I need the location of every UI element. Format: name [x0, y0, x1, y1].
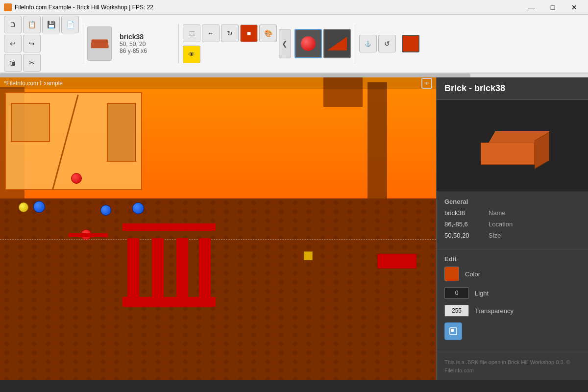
red-block-distance [377, 254, 416, 269]
toolbar-color-swatch[interactable] [402, 35, 419, 52]
light-edit-label: Light [475, 290, 489, 297]
thumbnail-wedge[interactable] [323, 29, 351, 58]
floor-pattern [0, 198, 436, 380]
window-controls: — □ ✕ [521, 0, 584, 15]
color-edit-label: Color [465, 270, 480, 278]
edit-tools: ⬚ ↔ ↻ ■ 🎨 👁 [183, 24, 277, 63]
horizon-line [0, 239, 436, 240]
toolbar: 🗋 📋 💾 📄 ↩ ↪ 🗑 ✂ brick38 50, 50, 20 86 y-… [0, 15, 588, 74]
light-value-field[interactable]: 0 [444, 287, 469, 299]
location-value: 86,-85,6 [444, 220, 484, 228]
color-fill-button[interactable]: ■ [240, 24, 258, 42]
brick-preview-panel [437, 100, 588, 192]
edit-section: Edit Color 0 Light 255 Transparency [437, 249, 588, 352]
divider-1 [83, 24, 83, 63]
thumbnail-sphere[interactable] [294, 29, 322, 58]
scrollbar-thumb[interactable] [0, 74, 470, 77]
red-platform [69, 233, 108, 237]
transparency-value-text: 255 [452, 307, 462, 314]
brick-front-face [481, 143, 535, 165]
window-title: FileInfo.com Example - Brick Hill Worksh… [15, 4, 153, 11]
undo-button[interactable]: ↩ [4, 35, 22, 52]
rotate-button[interactable]: ↻ [221, 24, 239, 42]
sphere-blue-2 [100, 205, 111, 216]
redo-button[interactable]: ↪ [23, 35, 41, 52]
column-3 [176, 238, 188, 307]
columns-structure [122, 223, 216, 307]
edit-label: Edit [444, 255, 580, 263]
general-section: General brick38 Name 86,-85,6 Location 5… [437, 192, 588, 249]
transform-tools: ⚓ ↺ [359, 35, 396, 52]
size-value: 50,50,20 [444, 232, 484, 239]
maximize-button[interactable]: □ [543, 0, 563, 15]
eye-button[interactable]: 👁 [183, 46, 200, 63]
close-button[interactable]: ✕ [564, 0, 584, 15]
general-label: General [444, 198, 580, 205]
building-window-1 [11, 103, 50, 142]
horizontal-scrollbar[interactable] [0, 74, 588, 77]
main-layout: *FileInfo.com Example 👁 [0, 77, 588, 380]
saveas-button[interactable]: 📄 [61, 16, 79, 33]
size-key: Size [489, 232, 501, 239]
icon-btn-row [444, 322, 580, 340]
column-1 [127, 238, 139, 307]
watermark-text: *FileInfo.com Example [4, 80, 63, 87]
divider-2 [178, 24, 179, 63]
panel-title: Brick - brick38 [437, 77, 588, 100]
light-value-text: 0 [455, 290, 459, 296]
column-top-bar [122, 223, 216, 231]
model-icon-svg [449, 327, 458, 336]
panel-footer: This is a .BRK file open in Brick Hill W… [437, 352, 588, 380]
location-row: 86,-85,6 Location [444, 220, 580, 228]
column-base [122, 297, 216, 307]
transparency-edit-row: 255 Transparency [444, 305, 580, 317]
name-row: brick38 Name [444, 209, 580, 217]
rotate2-button[interactable]: ↺ [378, 35, 396, 52]
svg-rect-1 [451, 329, 454, 332]
gold-cube [304, 251, 313, 260]
brick-preview-toolbar [87, 26, 112, 61]
divider-3 [355, 24, 355, 63]
size-row: 50,50,20 Size [444, 232, 580, 239]
watermark-bar: *FileInfo.com Example 👁 [0, 77, 436, 89]
name-value: brick38 [444, 209, 484, 217]
toolbar-brick-coords: 50, 50, 20 [120, 41, 171, 48]
footer-text: This is a .BRK file open in Brick Hill W… [444, 359, 570, 373]
transparency-edit-label: Transparency [475, 307, 514, 315]
wedge-thumb-img [327, 37, 347, 50]
light-edit-row: 0 Light [444, 287, 580, 299]
name-key: Name [489, 209, 506, 217]
cut-button[interactable]: ✂ [23, 54, 41, 72]
building-window-2 [107, 103, 136, 162]
title-bar: FileInfo.com Example - Brick Hill Worksh… [0, 0, 588, 15]
brick-info-panel: brick38 50, 50, 20 86 y-85 x6 [116, 31, 174, 56]
brick-3d-model [481, 129, 544, 163]
transparency-value-field[interactable]: 255 [444, 305, 469, 317]
select-rect-button[interactable]: ⬚ [183, 24, 200, 42]
toolbar-brick-location: 86 y-85 x6 [120, 48, 171, 54]
right-panel: Brick - brick38 General brick38 Name [436, 77, 588, 380]
anchor-button[interactable]: ⚓ [359, 35, 377, 52]
watermark-icon: 👁 [421, 78, 432, 89]
right-tools [294, 29, 351, 58]
file-tools: 🗋 📋 💾 📄 ↩ ↪ 🗑 ✂ [4, 16, 79, 72]
delete-button[interactable]: 🗑 [4, 54, 22, 72]
paint-button[interactable]: 🎨 [259, 24, 277, 42]
save-button[interactable]: 💾 [42, 16, 60, 33]
sphere-red [71, 173, 82, 184]
column-2 [152, 238, 164, 307]
color-swatch[interactable] [444, 267, 459, 281]
location-key: Location [489, 220, 513, 228]
sphere-blue-1 [33, 201, 45, 213]
clipboard-button[interactable]: 📋 [23, 16, 41, 33]
viewport[interactable]: *FileInfo.com Example 👁 [0, 77, 436, 380]
sphere-yellow [19, 202, 28, 212]
nav-arrow-left[interactable]: ❮ [279, 29, 291, 58]
model-icon-button[interactable] [444, 322, 462, 340]
sphere-thumb-img [301, 36, 316, 51]
column-4 [199, 238, 211, 307]
select-move-button[interactable]: ↔ [202, 24, 220, 42]
new-button[interactable]: 🗋 [4, 16, 22, 33]
app-icon [4, 3, 12, 11]
minimize-button[interactable]: — [521, 0, 541, 15]
